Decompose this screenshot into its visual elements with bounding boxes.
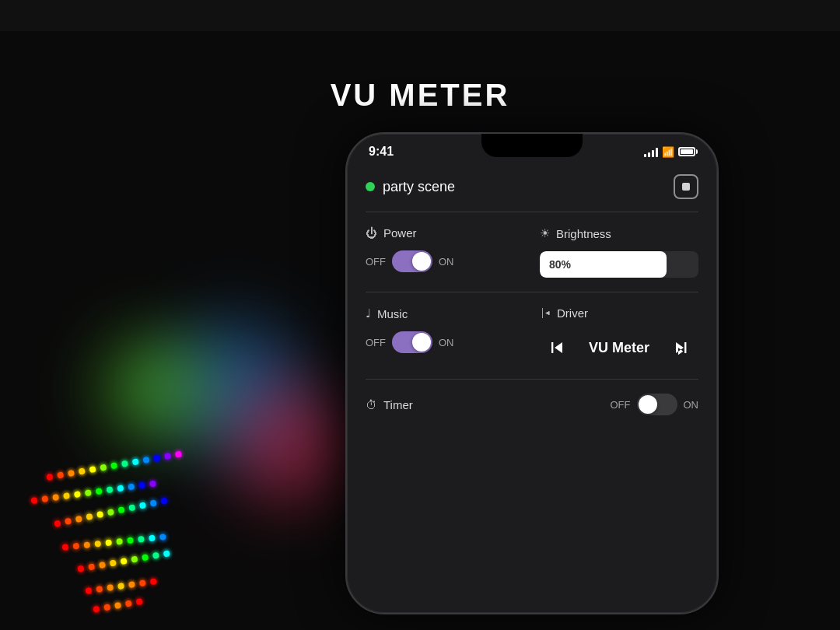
scene-name: party scene [383, 179, 455, 195]
phone-content: party scene ⏻ Power OFF [347, 165, 717, 429]
power-label: Power [383, 226, 417, 240]
led-dot [149, 499, 156, 506]
led-dot [149, 534, 156, 541]
led-dot [30, 497, 37, 504]
brightness-label: Brightness [556, 227, 611, 240]
led-dot [163, 550, 170, 557]
power-toggle[interactable] [392, 250, 432, 272]
timer-on-label: ON [684, 399, 699, 411]
led-dot [160, 497, 167, 504]
phone-frame: 9:41 📶 party scene [345, 132, 719, 614]
power-brightness-row: ⏻ Power OFF ON [366, 226, 698, 278]
led-dot [73, 543, 80, 550]
driver-control: ⏐◀ Driver VU Meter [540, 306, 698, 365]
led-strip-1 [30, 480, 156, 503]
music-toggle-thumb [412, 333, 431, 352]
led-strip-2 [54, 497, 167, 527]
led-dot [142, 554, 149, 561]
status-icons: 📶 [644, 146, 695, 158]
led-dot [79, 467, 86, 474]
timer-label: Timer [383, 398, 413, 411]
driver-next-button[interactable] [664, 331, 698, 365]
power-brightness-section: ⏻ Power OFF ON [366, 212, 698, 292]
led-dot [128, 581, 135, 588]
signal-bars-icon [644, 147, 658, 157]
led-dot [175, 450, 182, 457]
driver-prev-button[interactable] [540, 331, 574, 365]
timer-icon: ⏱ [366, 398, 377, 411]
led-dot [159, 534, 166, 541]
led-dot [54, 520, 61, 527]
slider-track[interactable]: 80% [540, 251, 698, 278]
led-dot [117, 583, 124, 590]
led-dot [63, 492, 70, 499]
led-dot [68, 470, 75, 477]
led-dot [62, 544, 69, 551]
led-strip-3 [62, 534, 166, 551]
brightness-value: 80% [549, 258, 571, 271]
led-dot [105, 539, 112, 546]
led-dot [116, 538, 123, 545]
led-dot [96, 586, 103, 593]
led-dot [135, 598, 142, 605]
stop-icon [682, 183, 690, 191]
led-dot [77, 565, 84, 572]
signal-bar-3 [652, 150, 654, 157]
scene-title-row: party scene [366, 179, 455, 195]
power-off-label: OFF [366, 256, 386, 268]
next-icon [670, 337, 692, 359]
led-dot [94, 541, 101, 548]
led-strip-6 [93, 598, 142, 613]
power-toggle-thumb [412, 252, 431, 271]
timer-label-row: ⏱ Timer [366, 398, 413, 411]
driver-controls: VU Meter [540, 331, 698, 365]
led-strip-0 [46, 450, 182, 480]
led-dot [121, 460, 128, 467]
driver-label-row: ⏐◀ Driver [540, 306, 698, 320]
led-dot [138, 481, 145, 488]
music-on-label: ON [439, 337, 454, 348]
timer-toggle-row: OFF ON [611, 394, 699, 415]
music-off-label: OFF [366, 337, 386, 348]
led-dot [74, 491, 81, 498]
music-driver-row: ♩ Music OFF ON [366, 306, 698, 365]
led-dot [57, 471, 64, 478]
brightness-label-row: ☀ Brightness [540, 226, 698, 240]
led-dot [86, 513, 93, 520]
led-dot [128, 504, 135, 511]
wifi-icon: 📶 [662, 146, 674, 158]
brightness-slider[interactable]: 80% [540, 251, 698, 278]
top-bar [0, 0, 840, 31]
led-dot [83, 541, 90, 548]
led-dot [125, 600, 132, 607]
led-dot [139, 502, 146, 509]
led-dot [41, 495, 48, 502]
status-time: 9:41 [369, 145, 394, 159]
led-dot [96, 488, 103, 495]
scene-header: party scene [366, 165, 698, 212]
led-dot [52, 494, 59, 501]
led-dot [65, 518, 72, 525]
led-dot [89, 466, 96, 473]
led-strip-5 [85, 578, 156, 594]
stop-button[interactable] [674, 174, 698, 199]
led-dot [117, 485, 124, 492]
music-toggle-row: OFF ON [366, 331, 524, 353]
signal-bar-4 [656, 148, 658, 157]
signal-bar-1 [644, 154, 646, 157]
timer-section: ⏱ Timer OFF ON [366, 380, 698, 429]
led-dot [131, 556, 138, 563]
power-icon: ⏻ [366, 226, 377, 240]
timer-toggle[interactable] [637, 394, 677, 415]
phone-notch [481, 134, 583, 157]
led-dot [127, 537, 134, 544]
music-toggle[interactable] [392, 331, 432, 353]
music-label: Music [377, 307, 408, 320]
led-dot [75, 516, 82, 523]
led-dot [142, 457, 149, 464]
led-dot [139, 579, 146, 586]
led-dot [85, 489, 92, 496]
led-dot [100, 464, 107, 471]
music-icon: ♩ [366, 306, 371, 320]
power-toggle-row: OFF ON [366, 250, 524, 272]
